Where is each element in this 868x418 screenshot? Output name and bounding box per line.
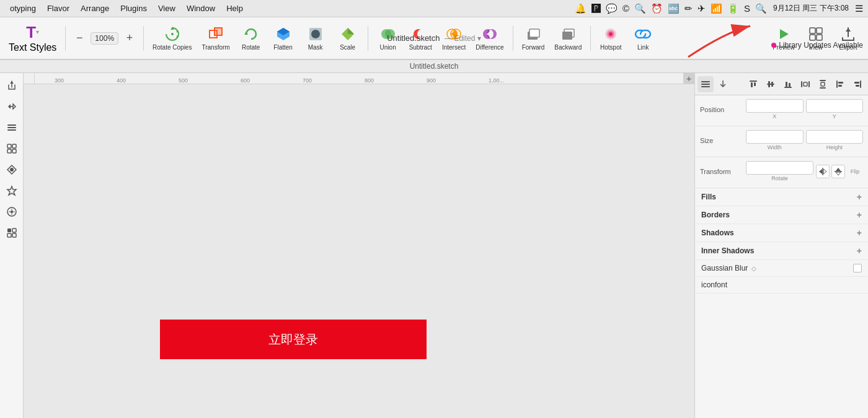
shadows-add-button[interactable]: + xyxy=(857,228,862,238)
sidebar-share-btn[interactable] xyxy=(2,76,22,95)
ruler-mark-600: 600 xyxy=(241,77,250,84)
rotate-copies-button[interactable]: Rotate Copies xyxy=(149,21,195,56)
sep-3 xyxy=(368,26,368,51)
battery-icon[interactable]: 🔋 xyxy=(727,3,739,14)
borders-section-header[interactable]: Borders + xyxy=(695,206,868,224)
text-styles-label: Text Styles xyxy=(9,42,56,53)
zoom-control[interactable]: 100% xyxy=(91,32,118,45)
forward-button[interactable]: Forward xyxy=(518,21,549,56)
borders-add-button[interactable]: + xyxy=(857,210,862,220)
menu-flavor[interactable]: Flavor xyxy=(42,2,74,14)
scale-button[interactable]: Scale xyxy=(333,21,363,56)
link-label: Link xyxy=(637,44,649,51)
text-styles-button[interactable]: T ▾ Text Styles xyxy=(5,21,60,56)
menu-arrange[interactable]: Arrange xyxy=(76,2,114,14)
rp-align-mid-icon[interactable] xyxy=(763,76,779,92)
menu-otyping[interactable]: otyping xyxy=(5,2,41,14)
svg-rect-28 xyxy=(817,35,822,40)
fills-section-header[interactable]: Fills + xyxy=(695,188,868,206)
svg-rect-53 xyxy=(767,84,774,85)
position-y-input[interactable] xyxy=(806,99,864,113)
sidebar-modules-btn[interactable] xyxy=(2,223,22,243)
sidebar-star-btn[interactable] xyxy=(2,181,22,201)
inner-shadows-section-header[interactable]: Inner Shadows + xyxy=(695,242,868,260)
mask-button[interactable]: Mask xyxy=(301,21,330,56)
svg-rect-38 xyxy=(12,149,16,153)
u-icon[interactable]: 🔤 xyxy=(668,3,680,14)
size-height-input[interactable] xyxy=(806,130,864,144)
preview-button[interactable]: Preview xyxy=(769,21,799,56)
flip-controls: Flip xyxy=(816,161,863,181)
bell-icon[interactable]: 🔔 xyxy=(575,3,587,14)
rp-align-left-icon[interactable] xyxy=(832,76,848,92)
ruler-container: 300 400 500 600 700 800 900 1,00... xyxy=(24,73,694,84)
size-width-field: Width xyxy=(746,130,804,150)
rp-layers-icon[interactable] xyxy=(698,76,714,92)
sidebar-grid-btn[interactable] xyxy=(2,139,22,159)
menu-items: otyping Flavor Arrange Plugins View Wind… xyxy=(5,2,575,14)
svg-marker-6 xyxy=(244,32,248,35)
rp-dist-h-icon[interactable] xyxy=(797,76,813,92)
svg-rect-57 xyxy=(786,82,787,87)
mail-icon[interactable]: ✈ xyxy=(698,3,706,14)
flatten-button[interactable]: Flatten xyxy=(268,21,298,56)
transform-rotate-input[interactable] xyxy=(746,161,813,175)
p-icon[interactable]: 🅿 xyxy=(591,3,601,14)
menu-plugins[interactable]: Plugins xyxy=(115,2,152,14)
svg-rect-64 xyxy=(821,82,825,86)
q-icon[interactable]: 🔍 xyxy=(634,3,646,14)
svg-rect-35 xyxy=(7,144,11,148)
rp-align-bottom-icon[interactable] xyxy=(780,76,796,92)
gaussian-blur-checkbox[interactable] xyxy=(853,264,862,272)
menu-help[interactable]: Help xyxy=(221,2,248,14)
search-icon[interactable]: 🔍 xyxy=(755,3,767,14)
position-label: Position xyxy=(700,106,743,113)
chat-icon[interactable]: 💬 xyxy=(606,3,618,14)
menu-view[interactable]: View xyxy=(153,2,180,14)
sidebar-layers-btn[interactable] xyxy=(2,118,22,137)
s-icon[interactable]: S xyxy=(744,3,750,14)
gaussian-expand-icon[interactable]: ◇ xyxy=(751,265,756,272)
shadows-section-header[interactable]: Shadows + xyxy=(695,224,868,242)
svg-rect-51 xyxy=(751,82,753,87)
position-x-input[interactable] xyxy=(746,99,804,113)
inner-shadows-add-button[interactable]: + xyxy=(857,246,862,256)
hotspot-button[interactable]: Hotspot xyxy=(596,21,626,56)
library-updates[interactable]: Library Updates Available xyxy=(771,41,863,50)
transform-button[interactable]: Transform xyxy=(198,21,233,56)
sidebar-component-btn[interactable] xyxy=(2,160,22,180)
export-button[interactable]: Export xyxy=(833,21,863,56)
canvas-element-login-button[interactable]: 立即登录 xyxy=(160,320,427,359)
rotate-button[interactable]: Rotate xyxy=(236,21,266,56)
backward-button[interactable]: Backward xyxy=(551,21,585,56)
ruler-mark-800: 800 xyxy=(365,77,374,84)
view-button[interactable]: View xyxy=(801,21,831,56)
flip-h-button[interactable] xyxy=(816,165,830,178)
rp-align-top-icon[interactable] xyxy=(745,76,761,92)
menu-window[interactable]: Window xyxy=(182,2,220,14)
tab-title[interactable]: Untitled.sketch xyxy=(410,62,459,71)
scale-label: Scale xyxy=(340,44,355,51)
rp-dist-v-icon[interactable] xyxy=(815,76,831,92)
flip-v-button[interactable] xyxy=(831,165,845,178)
g-icon[interactable]: ✏ xyxy=(684,3,693,14)
sidebar-paint-btn[interactable] xyxy=(2,202,22,222)
sep-4 xyxy=(513,26,513,51)
clock-icon[interactable]: ⏰ xyxy=(651,3,663,14)
rp-align-right-icon[interactable] xyxy=(849,76,866,92)
canvas-area[interactable]: 300 400 500 600 700 800 900 1,00... 立即登录… xyxy=(24,73,694,418)
c-icon[interactable]: © xyxy=(622,3,629,14)
sidebar-link-btn[interactable] xyxy=(2,97,22,116)
canvas-content[interactable]: 立即登录 xyxy=(24,84,694,418)
svg-rect-46 xyxy=(12,233,16,237)
link-button[interactable]: Link xyxy=(628,21,658,56)
svg-rect-44 xyxy=(12,229,16,232)
canvas-plus-button[interactable]: + xyxy=(683,73,694,84)
fills-add-button[interactable]: + xyxy=(857,192,862,202)
rp-arrow-icon[interactable] xyxy=(715,76,731,92)
wifi-icon[interactable]: 📶 xyxy=(711,3,722,14)
zoom-minus-button[interactable]: − xyxy=(71,21,88,56)
size-width-input[interactable] xyxy=(746,130,804,144)
menu-list-icon[interactable]: ☰ xyxy=(855,3,863,14)
zoom-plus-button[interactable]: + xyxy=(121,21,138,56)
